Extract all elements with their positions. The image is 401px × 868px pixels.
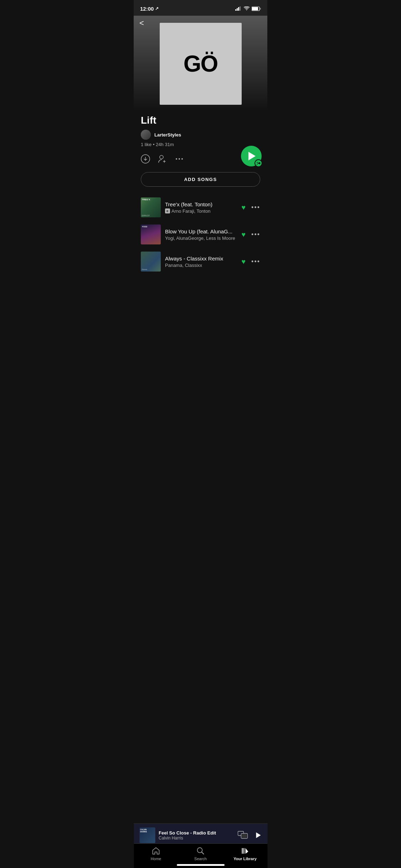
- track-info: Always - Classixx Remix Panama, Classixx: [165, 255, 237, 268]
- like-icon[interactable]: ♥: [241, 203, 246, 212]
- track-name: Blow You Up (feat. AlunaG...: [165, 228, 237, 234]
- playlist-info: Lift LarterStyles 1 like • 24h 31m: [134, 110, 267, 147]
- track-row[interactable]: YOGI Blow You Up (feat. AlunaG... Yogi, …: [134, 221, 267, 248]
- track-more-button[interactable]: •••: [251, 258, 260, 265]
- svg-rect-5: [252, 7, 258, 10]
- action-icons: [141, 154, 184, 164]
- track-row[interactable]: forest Always - Classixx Remix Panama, C…: [134, 248, 267, 275]
- clock: 12:00: [140, 6, 154, 12]
- battery-icon: [252, 6, 261, 11]
- wifi-icon: [244, 6, 250, 11]
- track-artists-row: E Arno Faraji, Tonton: [165, 208, 237, 214]
- svg-rect-0: [235, 9, 236, 11]
- track-artists: Panama, Classixx: [165, 263, 237, 268]
- track-actions: ♥ •••: [241, 231, 260, 239]
- action-row: [134, 153, 267, 169]
- play-button[interactable]: [241, 146, 262, 166]
- track-artists: Arno Faraji, Tonton: [171, 208, 211, 214]
- artist-row[interactable]: LarterStyles: [141, 130, 260, 140]
- track-more-button[interactable]: •••: [251, 204, 260, 211]
- svg-rect-1: [237, 8, 238, 11]
- track-actions: ♥ •••: [241, 258, 260, 266]
- track-list: TREE'X EXPLICIT Tree'x (feat. Tonton) E …: [134, 194, 267, 304]
- follow-button[interactable]: [158, 154, 167, 164]
- track-name: Tree'x (feat. Tonton): [165, 201, 237, 207]
- like-icon[interactable]: ♥: [241, 231, 246, 239]
- svg-point-8: [179, 158, 180, 160]
- album-art-text: GÖ: [184, 51, 218, 77]
- album-art: GÖ: [160, 23, 242, 105]
- track-artists: Yogi, AlunaGeorge, Less Is Moore: [165, 236, 237, 241]
- status-time: 12:00 ↗: [140, 6, 159, 12]
- download-button[interactable]: [141, 154, 150, 164]
- explicit-badge: E: [165, 208, 170, 213]
- svg-point-7: [176, 158, 177, 160]
- track-thumbnail: forest: [141, 252, 161, 272]
- like-icon[interactable]: ♥: [241, 258, 246, 266]
- location-icon: ↗: [155, 6, 159, 11]
- track-row[interactable]: TREE'X EXPLICIT Tree'x (feat. Tonton) E …: [134, 194, 267, 221]
- add-songs-container: ADD SONGS: [134, 169, 267, 194]
- back-button[interactable]: <: [139, 19, 144, 28]
- artist-name: LarterStyles: [154, 132, 181, 138]
- shuffle-badge: [255, 159, 262, 167]
- track-info: Blow You Up (feat. AlunaG... Yogi, Aluna…: [165, 228, 237, 241]
- track-info: Tree'x (feat. Tonton) E Arno Faraji, Ton…: [165, 201, 237, 214]
- play-shuffle-container: [241, 146, 262, 166]
- track-thumbnail: YOGI: [141, 224, 161, 244]
- track-actions: ♥ •••: [241, 203, 260, 212]
- album-art-container: GÖ: [134, 16, 267, 110]
- add-songs-button[interactable]: ADD SONGS: [141, 172, 260, 187]
- play-icon: [248, 152, 256, 160]
- status-icons: [235, 6, 261, 11]
- track-more-button[interactable]: •••: [251, 231, 260, 238]
- track-name: Always - Classixx Remix: [165, 255, 237, 262]
- avatar: [141, 130, 151, 140]
- svg-rect-3: [240, 6, 241, 11]
- signal-icon: [235, 6, 242, 11]
- svg-rect-2: [238, 7, 239, 11]
- track-thumbnail: TREE'X EXPLICIT: [141, 197, 161, 217]
- more-options-button[interactable]: [175, 155, 184, 163]
- playlist-title: Lift: [141, 115, 260, 126]
- status-bar: 12:00 ↗: [134, 0, 267, 16]
- svg-point-9: [181, 158, 183, 160]
